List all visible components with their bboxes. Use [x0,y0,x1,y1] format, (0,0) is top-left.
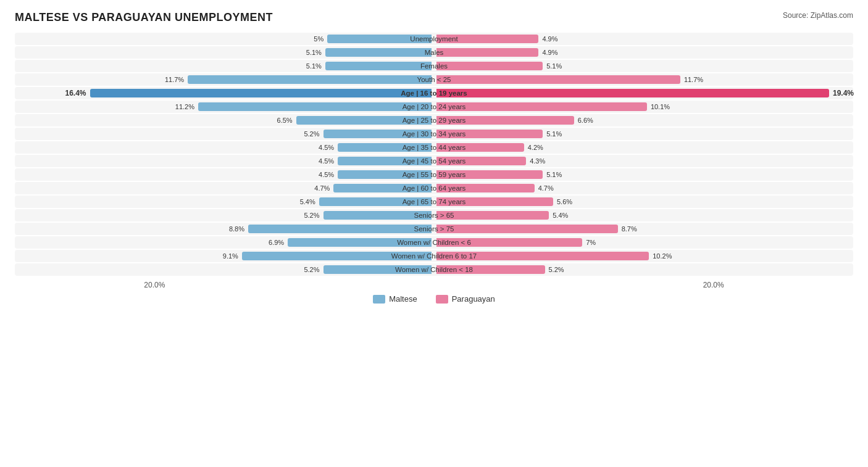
bars-area: 11.2% Age | 20 to 24 years 10.1% [15,102,853,111]
val-left: 5% [305,35,323,43]
val-right: 5.4% [553,212,571,219]
chart-source: Source: ZipAtlas.com [783,11,853,20]
val-right: 8.7% [622,225,640,233]
val-right: 5.6% [557,198,575,205]
right-section: 4.3% [434,157,853,165]
left-section: 5.2% [15,211,434,220]
bar-row: 5.4% Age | 65 to 74 years 5.6% [15,196,853,208]
left-section: 8.8% [15,225,434,233]
bars-area: 4.5% Age | 35 to 44 years 4.2% [15,143,853,152]
bars-area: 5.1% Males 4.9% [15,48,853,57]
bar-row: 4.7% Age | 60 to 64 years 4.7% [15,182,853,194]
left-section: 4.7% [15,184,434,192]
legend-row: Maltese Paraguayan [15,294,853,304]
legend-label-maltese: Maltese [389,294,417,304]
val-left: 5.4% [297,198,315,205]
right-section: 5.2% [434,265,853,274]
right-section: 5.4% [434,211,853,220]
chart-header: MALTESE VS PARAGUAYAN UNEMPLOYMENT Sourc… [15,11,853,24]
bar-row: 5.2% Women w/ Children < 18 5.2% [15,263,853,276]
val-right: 4.3% [530,157,548,165]
legend-paraguayan: Paraguayan [436,294,495,304]
val-right: 4.2% [528,144,546,151]
center-label: Females [420,62,448,70]
left-section: 11.7% [15,75,434,84]
left-section: 5.4% [15,197,434,206]
right-section: 5.1% [434,170,853,179]
left-section: 5.1% [15,62,434,70]
bar-row: 5.2% Seniors > 65 5.4% [15,209,853,221]
val-right: 6.6% [578,117,596,124]
right-section: 10.2% [434,252,853,260]
right-section: 5.1% [434,62,853,70]
bar-pink [436,62,543,70]
right-section: 5.6% [434,197,853,206]
center-label: Males [425,49,444,56]
bar-blue [198,102,432,111]
left-section: 11.2% [15,102,434,111]
bars-area: 5.2% Women w/ Children < 18 5.2% [15,265,853,274]
legend-maltese: Maltese [373,294,417,304]
chart-title: MALTESE VS PARAGUAYAN UNEMPLOYMENT [15,11,273,24]
center-label: Youth < 25 [417,76,451,83]
left-section: 6.5% [15,116,434,125]
left-section: 4.5% [15,157,434,165]
x-axis-row: 20.0% 20.0% [15,277,853,292]
right-section: 4.7% [434,184,853,192]
bars-area: 5.2% Seniors > 65 5.4% [15,211,853,220]
right-section: 4.9% [434,35,853,43]
val-left: 6.5% [274,117,293,124]
center-label: Age | 60 to 64 years [403,184,466,192]
center-label: Seniors > 75 [414,225,454,233]
bar-row: 11.7% Youth < 25 11.7% [15,73,853,86]
bar-row: 16.4% Age | 16 to 19 years 19.4% [15,87,853,99]
bar-row: 4.5% Age | 35 to 44 years 4.2% [15,141,853,154]
left-section: 4.5% [15,170,434,179]
val-right: 5.1% [546,171,565,178]
center-label: Women w/ Children 6 to 17 [391,252,477,260]
left-section: 5.2% [15,130,434,138]
left-section: 5.1% [15,48,434,57]
val-right: 10.2% [653,252,672,260]
center-label: Unemployment [410,35,457,43]
bar-row: 4.5% Age | 45 to 54 years 4.3% [15,155,853,167]
val-left: 4.5% [315,144,334,151]
bar-blue [248,225,432,233]
bars-area: 6.9% Women w/ Children < 6 7% [15,238,853,247]
val-right: 10.1% [651,103,670,110]
bars-area: 5% Unemployment 4.9% [15,35,853,43]
val-left: 11.7% [165,76,184,83]
center-label: Age | 65 to 74 years [403,198,466,205]
bars-area: 4.5% Age | 55 to 59 years 5.1% [15,170,853,179]
bar-blue [325,48,432,57]
bars-area: 4.7% Age | 60 to 64 years 4.7% [15,184,853,192]
val-left: 8.8% [226,225,244,233]
center-label: Age | 35 to 44 years [403,144,466,151]
center-label: Women w/ Children < 18 [395,266,473,273]
x-axis-right: 20.0% [574,281,853,289]
right-section: 4.9% [434,48,853,57]
val-right: 5.1% [546,130,565,138]
val-left: 4.5% [315,171,334,178]
bars-area: 8.8% Seniors > 75 8.7% [15,225,853,233]
legend-label-paraguayan: Paraguayan [452,294,495,304]
left-section: 5% [15,35,434,43]
center-label: Seniors > 65 [414,212,454,219]
bar-blue [90,89,432,97]
bars-area: 5.1% Females 5.1% [15,62,853,70]
val-left: 5.2% [301,212,320,219]
bars-area: 16.4% Age | 16 to 19 years 19.4% [15,89,853,97]
bar-row: 8.8% Seniors > 75 8.7% [15,223,853,235]
left-section: 16.4% [15,89,434,97]
bars-area: 6.5% Age | 25 to 29 years 6.6% [15,116,853,125]
val-right: 4.7% [538,184,557,192]
center-label: Age | 20 to 24 years [403,103,466,110]
val-right: 4.9% [542,35,561,43]
bars-area: 4.5% Age | 45 to 54 years 4.3% [15,157,853,165]
val-left: 4.5% [315,157,334,165]
val-left: 9.1% [220,252,238,260]
val-right: 11.7% [684,76,703,83]
chart-body: 5% Unemployment 4.9% 5.1% Males 4.9% 5 [15,33,853,276]
bar-pink [436,75,680,84]
left-section: 4.5% [15,143,434,152]
